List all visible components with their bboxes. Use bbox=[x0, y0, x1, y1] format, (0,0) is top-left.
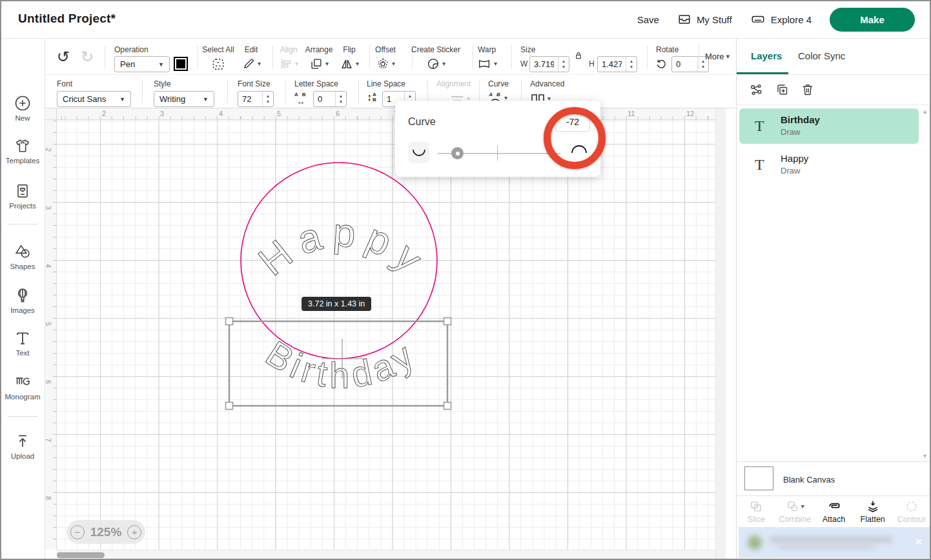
lock-icon[interactable] bbox=[573, 50, 584, 61]
vertical-ruler: 2 3 4 5 6 7 8 bbox=[45, 120, 57, 550]
stepper-arrows-icon[interactable]: ▲▼ bbox=[626, 57, 637, 72]
sidebar-item-text[interactable]: Text bbox=[0, 329, 45, 357]
upload-arrow-icon bbox=[0, 432, 45, 450]
tab-layers[interactable]: Layers bbox=[751, 50, 782, 61]
flip-button[interactable]: ▾ bbox=[340, 57, 359, 71]
trash-icon[interactable] bbox=[800, 82, 815, 97]
notification-close-icon[interactable]: × bbox=[916, 535, 922, 548]
group-icon[interactable] bbox=[748, 82, 764, 97]
rotate-stepper[interactable]: ▲▼ bbox=[671, 56, 709, 72]
contour-icon bbox=[905, 499, 919, 514]
rotate-icon[interactable] bbox=[655, 57, 668, 70]
stepper-arrows-icon[interactable]: ▲▼ bbox=[262, 92, 273, 106]
sidebar-item-new[interactable]: New bbox=[0, 94, 45, 122]
attach-button[interactable]: Attach bbox=[814, 496, 853, 526]
slice-icon bbox=[749, 499, 763, 514]
chevron-down-icon: ▾ bbox=[295, 61, 298, 67]
panel-scroll-up-icon[interactable]: ▲ bbox=[922, 108, 928, 115]
sidebar-item-monogram[interactable]: Monogram bbox=[0, 373, 45, 401]
offset-button[interactable]: ▾ bbox=[376, 57, 395, 71]
horizontal-scrollbar[interactable] bbox=[57, 550, 715, 560]
text-T-icon bbox=[0, 329, 45, 347]
select-all-button[interactable] bbox=[211, 57, 226, 72]
save-button[interactable]: Save bbox=[637, 14, 659, 25]
my-stuff-button[interactable]: My Stuff bbox=[677, 12, 732, 26]
design-canvas[interactable]: 2 3 4 5 6 7 8 9 10 11 12 2 3 4 5 6 7 8 H… bbox=[45, 108, 726, 560]
text-layer-icon: T bbox=[755, 156, 764, 174]
width-label: W bbox=[520, 59, 527, 68]
stepper-arrows-icon[interactable]: ▲▼ bbox=[335, 92, 346, 106]
line-space-icon: ↕ A B bbox=[367, 92, 378, 103]
horizontal-ruler: 2 3 4 5 6 7 8 9 10 11 12 bbox=[57, 108, 715, 120]
panel-scroll-down-icon[interactable]: ▼ bbox=[922, 453, 928, 459]
alignment-label: Alignment bbox=[436, 79, 471, 88]
letter-space-label: Letter Space bbox=[294, 79, 338, 88]
font-select[interactable]: Cricut Sans ▼ bbox=[57, 91, 131, 107]
h-scroll-thumb[interactable] bbox=[57, 552, 105, 558]
birthday-text[interactable]: Birthday bbox=[259, 333, 424, 395]
chevron-down-icon: ▾ bbox=[258, 61, 261, 67]
redo-button[interactable]: ↻ bbox=[81, 49, 94, 65]
height-input[interactable] bbox=[598, 57, 626, 72]
font-size-stepper[interactable]: ▲▼ bbox=[238, 91, 274, 107]
align-label: Align bbox=[280, 45, 298, 54]
zoom-level: 125% bbox=[90, 525, 122, 539]
layer-row-happy[interactable]: T Happy Draw bbox=[739, 147, 919, 183]
font-size-label: Font Size bbox=[238, 79, 271, 88]
explore-machine-button[interactable]: Explore 4 bbox=[750, 12, 812, 26]
cutting-machine-icon bbox=[750, 12, 766, 26]
color-swatch[interactable] bbox=[174, 57, 188, 71]
annotation-red-circle bbox=[544, 107, 606, 169]
contour-button[interactable]: Contour bbox=[892, 496, 931, 526]
edit-button[interactable]: ▾ bbox=[241, 57, 261, 71]
stepper-arrows-icon[interactable]: ▲▼ bbox=[558, 57, 569, 72]
sidebar-item-upload[interactable]: Upload bbox=[0, 432, 45, 460]
canvas-color-swatch[interactable] bbox=[744, 466, 773, 490]
vertical-scrollbar[interactable] bbox=[715, 108, 726, 560]
style-select[interactable]: Writing ▼ bbox=[154, 91, 214, 107]
make-button[interactable]: Make bbox=[830, 8, 915, 32]
chevron-down-icon: ▾ bbox=[442, 61, 445, 67]
flatten-button[interactable]: Flatten bbox=[854, 496, 892, 526]
operation-select[interactable]: Pen ▼ bbox=[114, 56, 170, 72]
more-button[interactable]: More ▾ bbox=[705, 52, 730, 61]
height-stepper[interactable]: ▲▼ bbox=[597, 56, 637, 72]
undo-button[interactable]: ↺ bbox=[57, 49, 70, 65]
sidebar-item-images[interactable]: Images bbox=[0, 286, 45, 314]
width-input[interactable] bbox=[530, 57, 558, 72]
sidebar-item-shapes[interactable]: Shapes bbox=[0, 243, 45, 270]
tab-color-sync[interactable]: Color Sync bbox=[798, 50, 845, 61]
create-sticker-button[interactable]: ▾ bbox=[426, 57, 445, 71]
style-label: Style bbox=[154, 79, 171, 88]
design-artwork[interactable]: Happy Birthday bbox=[57, 120, 715, 550]
zoom-out-button[interactable]: − bbox=[70, 525, 85, 539]
align-button[interactable]: ▾ bbox=[279, 57, 298, 71]
duplicate-icon[interactable] bbox=[774, 82, 790, 97]
sidebar-item-templates[interactable]: Templates bbox=[0, 137, 45, 165]
letter-space-input[interactable] bbox=[314, 92, 335, 106]
text-toolbar: Font Cricut Sans ▼ Style Writing ▼ Font … bbox=[45, 75, 736, 108]
sidebar-item-projects[interactable]: Projects bbox=[0, 182, 45, 210]
width-stepper[interactable]: ▲▼ bbox=[529, 56, 569, 72]
arrange-button[interactable]: ▾ bbox=[309, 57, 329, 71]
font-size-input[interactable] bbox=[238, 92, 262, 106]
zoom-in-button[interactable]: + bbox=[127, 525, 141, 539]
curve-label: Curve bbox=[488, 79, 509, 88]
project-title: Untitled Project* bbox=[18, 12, 116, 26]
text-layer-icon: T bbox=[755, 117, 764, 135]
sidebar-divider bbox=[8, 224, 37, 225]
smile-arc-icon bbox=[412, 148, 426, 157]
operation-label: Operation bbox=[114, 45, 148, 54]
letter-space-stepper[interactable]: ▲▼ bbox=[313, 91, 347, 107]
chevron-down-icon: ▾ bbox=[801, 503, 804, 510]
blank-canvas-row[interactable]: Blank Canvas bbox=[737, 462, 931, 495]
slice-button[interactable]: Slice bbox=[737, 496, 775, 526]
curve-down-preset-button[interactable] bbox=[408, 142, 429, 163]
chevron-down-icon: ▼ bbox=[158, 61, 164, 68]
happy-text[interactable]: Happy bbox=[250, 210, 436, 286]
combine-button[interactable]: ▾ Combine bbox=[775, 496, 814, 526]
layer-row-birthday[interactable]: T Birthday Draw bbox=[739, 108, 919, 144]
warp-button[interactable]: ▾ bbox=[476, 57, 497, 71]
rotate-input[interactable] bbox=[672, 57, 697, 72]
curve-slider-handle[interactable] bbox=[451, 147, 464, 159]
